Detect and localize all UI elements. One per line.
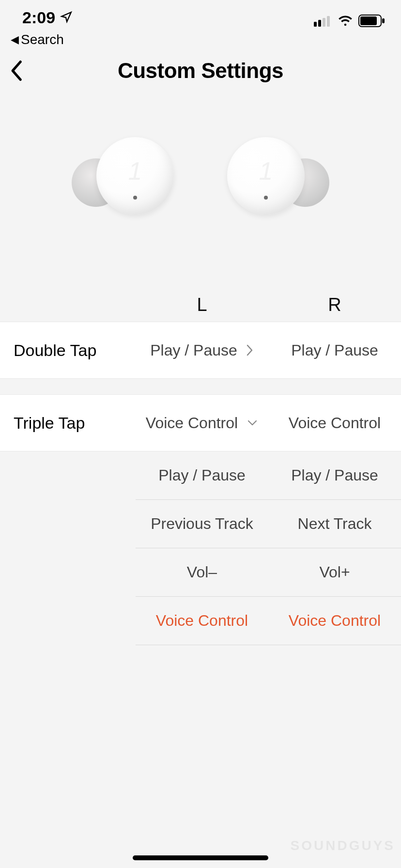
option-right-2[interactable]: Vol+ (268, 548, 401, 597)
home-indicator[interactable] (133, 855, 268, 860)
svg-rect-6 (382, 18, 385, 23)
svg-rect-2 (323, 18, 325, 27)
cellular-signal-icon (314, 15, 332, 27)
page-title: Custom Settings (0, 59, 401, 83)
status-time: 2:09 (22, 8, 55, 27)
earbud-left-icon: 1 (89, 135, 181, 227)
svg-rect-3 (327, 16, 330, 27)
earbud-right-icon: 1 (220, 135, 312, 227)
option-right-0[interactable]: Play / Pause (268, 451, 401, 500)
gesture-label: Triple Tap (0, 414, 136, 433)
option-right-3[interactable]: Voice Control (268, 597, 401, 645)
status-left: 2:09 (22, 8, 73, 27)
location-arrow-icon (60, 8, 73, 27)
wifi-icon (337, 15, 354, 27)
watermark: SOUNDGUYS (291, 838, 395, 853)
column-header-left: L (136, 294, 268, 315)
gesture-row-triple-tap: Triple Tap Voice Control Voice Control (0, 394, 401, 451)
value-text: Play / Pause (150, 341, 237, 359)
chevron-down-icon (247, 419, 258, 427)
column-headers: L R (0, 268, 401, 322)
status-bar: 2:09 (0, 0, 401, 27)
double-tap-right-value[interactable]: Play / Pause (268, 322, 401, 378)
value-text: Voice Control (146, 414, 238, 432)
triple-tap-left-value[interactable]: Voice Control (136, 395, 268, 451)
double-tap-left-value[interactable]: Play / Pause (136, 322, 268, 378)
svg-rect-5 (360, 16, 377, 25)
breadcrumb-label: Search (21, 32, 64, 47)
triple-tap-right-value[interactable]: Voice Control (268, 395, 401, 451)
option-left-2[interactable]: Vol– (136, 548, 268, 597)
breadcrumb-back[interactable]: ◀ Search (0, 27, 401, 47)
column-header-right: R (268, 294, 401, 315)
option-left-0[interactable]: Play / Pause (136, 451, 268, 500)
svg-rect-1 (318, 20, 321, 27)
gesture-label: Double Tap (0, 341, 136, 360)
option-left-1[interactable]: Previous Track (136, 500, 268, 548)
value-text: Voice Control (289, 414, 381, 432)
status-right (314, 15, 386, 27)
option-right-1[interactable]: Next Track (268, 500, 401, 548)
chevron-right-icon (246, 344, 254, 356)
triple-tap-options: Play / Pause Previous Track Vol– Voice C… (0, 451, 401, 645)
options-column-left: Play / Pause Previous Track Vol– Voice C… (136, 451, 268, 645)
value-text: Play / Pause (291, 341, 378, 359)
page-header: Custom Settings (0, 47, 401, 94)
back-triangle-icon: ◀ (11, 33, 19, 46)
gesture-row-double-tap: Double Tap Play / Pause Play / Pause (0, 322, 401, 379)
svg-rect-0 (314, 22, 317, 27)
battery-icon (358, 15, 386, 27)
options-column-right: Play / Pause Next Track Vol+ Voice Contr… (268, 451, 401, 645)
option-left-3[interactable]: Voice Control (136, 597, 268, 645)
earbuds-illustration: 1 1 (0, 94, 401, 268)
